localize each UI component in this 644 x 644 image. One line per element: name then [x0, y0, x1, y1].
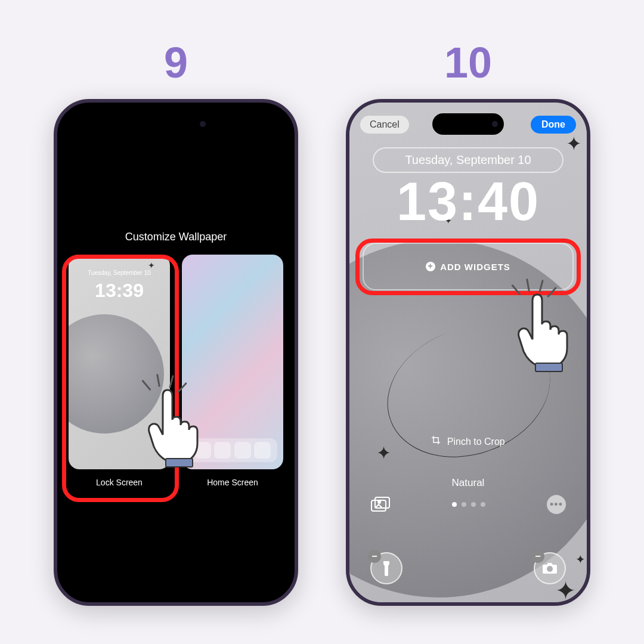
date-widget[interactable]: Tuesday, September 10: [373, 147, 564, 173]
sparkle-icon: ✦: [566, 132, 582, 155]
bottom-controls-row: •••: [349, 495, 587, 514]
pinch-to-crop-hint: Pinch to Crop: [349, 435, 587, 447]
step-10-container: 10 ✦ ✦ ✦ ✦ ✦ Cancel Done Tuesday, Septem…: [346, 38, 590, 606]
tap-gesture-icon: [135, 374, 218, 469]
dock-app-icon: [254, 442, 271, 459]
phone-frame-10: ✦ ✦ ✦ ✦ ✦ Cancel Done Tuesday, September…: [346, 99, 590, 606]
page-indicator[interactable]: [452, 502, 485, 507]
dot: [471, 502, 476, 507]
svg-rect-1: [535, 363, 562, 371]
dot-active: [452, 502, 457, 507]
photos-icon[interactable]: [370, 496, 391, 513]
flashlight-button[interactable]: −: [370, 552, 402, 584]
svg-point-5: [547, 566, 553, 572]
filter-name-label: Natural: [349, 477, 587, 489]
clock-widget[interactable]: 13:40: [349, 171, 587, 233]
dynamic-island: [140, 113, 212, 135]
step-number-9: 9: [164, 38, 188, 87]
camera-button[interactable]: −: [534, 552, 566, 584]
dock-app-icon: [234, 442, 251, 459]
lock-screen-editor: ✦ ✦ ✦ ✦ ✦ Cancel Done Tuesday, September…: [349, 103, 587, 602]
more-options-button[interactable]: •••: [547, 495, 566, 514]
step-number-10: 10: [444, 38, 492, 87]
remove-badge-icon[interactable]: −: [531, 550, 544, 563]
dot: [481, 502, 485, 507]
cancel-button[interactable]: Cancel: [360, 116, 409, 134]
svg-point-4: [378, 501, 380, 503]
dot: [462, 502, 466, 507]
step-9-container: 9 Customize Wallpaper ✦ Tuesday, Septemb…: [54, 38, 298, 606]
home-screen-label: Home Screen: [207, 478, 258, 487]
crop-icon: [431, 435, 441, 447]
customize-wallpaper-title: Customize Wallpaper: [57, 231, 295, 243]
svg-rect-0: [166, 459, 193, 467]
phone-frame-9: Customize Wallpaper ✦ Tuesday, September…: [54, 99, 298, 606]
remove-badge-icon[interactable]: −: [368, 550, 381, 563]
done-button[interactable]: Done: [531, 116, 576, 134]
bottom-action-row: − −: [349, 552, 587, 584]
tap-gesture-icon: [504, 278, 587, 374]
dynamic-island: [432, 113, 504, 135]
